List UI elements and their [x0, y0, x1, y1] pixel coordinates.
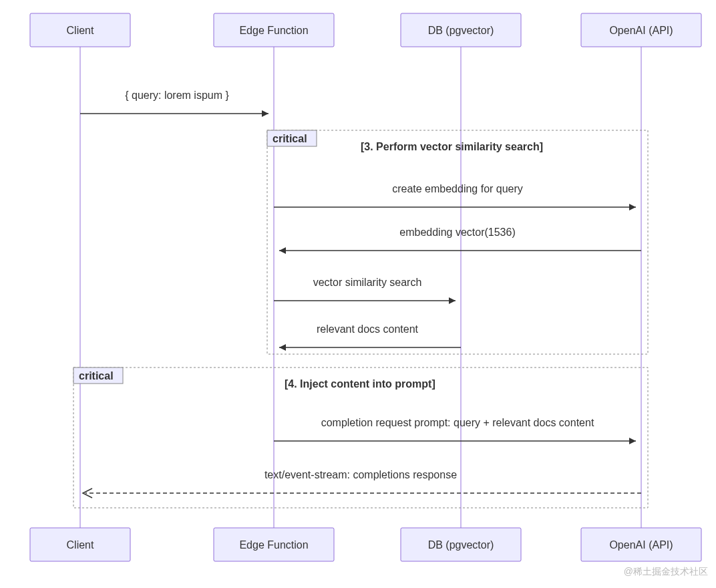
arrow-head — [262, 110, 268, 117]
actor-label: OpenAI (API) — [609, 25, 673, 36]
critical-label-2: critical — [79, 370, 114, 382]
actor-label: Client — [67, 539, 94, 551]
actor-label: DB (pgvector) — [428, 539, 494, 551]
actor-db-top: DB (pgvector) — [401, 13, 521, 47]
msg-create-embedding: create embedding for query — [392, 183, 523, 194]
msg-vector-search: vector similarity search — [313, 277, 422, 288]
msg-stream-response: text/event-stream: completions response — [264, 469, 457, 480]
critical-label-1: critical — [273, 133, 307, 144]
actor-edge-top: Edge Function — [214, 13, 334, 47]
msg-relevant-docs: relevant docs content — [317, 323, 419, 335]
arrow-head — [629, 438, 636, 444]
actor-label: OpenAI (API) — [609, 539, 673, 551]
actor-client-bottom: Client — [30, 528, 130, 561]
actor-edge-bottom: Edge Function — [214, 528, 334, 561]
critical-box-1 — [267, 130, 648, 354]
actor-label: Edge Function — [239, 25, 308, 36]
arrow-head — [629, 204, 636, 210]
msg-query: { query: lorem ispum } — [125, 90, 229, 101]
actor-openai-top: OpenAI (API) — [581, 13, 701, 47]
arrow-head — [449, 297, 456, 304]
msg-completion-request: completion request prompt: query + relev… — [321, 417, 594, 428]
actor-label: DB (pgvector) — [428, 25, 494, 36]
arrow-head — [279, 344, 286, 351]
critical-title-1: [3. Perform vector similarity search] — [361, 141, 543, 152]
actor-client-top: Client — [30, 13, 130, 47]
watermark: @稀土掘金技术社区 — [624, 566, 708, 577]
sequence-diagram: Client Edge Function DB (pgvector) OpenA… — [0, 0, 716, 588]
actor-db-bottom: DB (pgvector) — [401, 528, 521, 561]
arrow-head — [279, 247, 286, 254]
msg-embedding-vector: embedding vector(1536) — [399, 227, 515, 238]
actor-label: Edge Function — [239, 539, 308, 551]
actor-label: Client — [67, 25, 94, 36]
critical-title-2: [4. Inject content into prompt] — [285, 378, 435, 390]
actor-openai-bottom: OpenAI (API) — [581, 528, 701, 561]
